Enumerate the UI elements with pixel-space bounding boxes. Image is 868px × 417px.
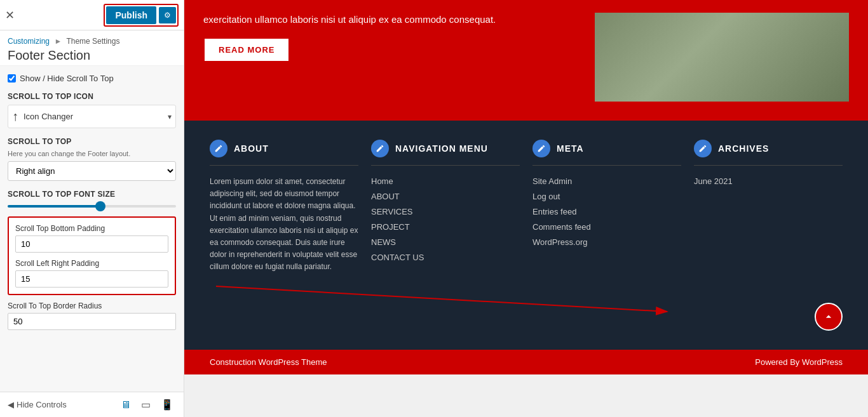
close-button[interactable]: ✕ <box>5 8 15 22</box>
nav-col-body: Home ABOUT SERVICES PROJECT NEWS CONTACT… <box>371 176 520 262</box>
nav-link-about[interactable]: ABOUT <box>371 192 400 201</box>
hide-controls-chevron: ◀ <box>8 400 14 409</box>
bottom-padding-label: Scroll Top Bottom Padding <box>15 224 168 233</box>
hero-text: exercitation ullamco laboris nisi ut ali… <box>203 13 582 62</box>
red-arrow-annotation <box>184 267 686 324</box>
bottom-padding-field: Scroll Top Bottom Padding <box>15 224 168 253</box>
bottom-padding-input[interactable] <box>15 235 168 253</box>
settings-button[interactable]: ⚙ <box>159 7 176 23</box>
annotation-area <box>210 280 843 331</box>
tablet-device-button[interactable]: ▭ <box>139 397 153 412</box>
list-item: WordPress.org <box>532 237 681 247</box>
archives-list: June 2021 <box>694 176 843 186</box>
list-item: Site Admin <box>532 176 681 186</box>
slider-fill <box>8 205 100 208</box>
device-icons: 🖥 ▭ 📱 <box>118 397 176 412</box>
archives-link-june[interactable]: June 2021 <box>694 176 733 186</box>
nav-link-home[interactable]: Home <box>371 176 393 186</box>
list-item: SERVICES <box>371 206 520 216</box>
publish-button[interactable]: Publish <box>106 6 156 24</box>
scroll-to-top-group: Scroll To Top Here you can change the Fo… <box>8 137 176 181</box>
footer-bottom-bar: Construction WordPress Theme Powered By … <box>184 350 868 374</box>
mobile-device-button[interactable]: 📱 <box>158 397 176 412</box>
show-hide-checkbox[interactable] <box>8 74 16 83</box>
list-item: June 2021 <box>694 176 843 186</box>
border-radius-label: Scroll To Top Border Radius <box>8 301 176 310</box>
meta-link-logout[interactable]: Log out <box>532 192 560 201</box>
footer-col-archives: ARCHIVES June 2021 <box>694 140 843 274</box>
section-title: Footer Section <box>8 48 176 63</box>
svg-line-1 <box>216 286 667 312</box>
list-item: Comments feed <box>532 222 681 232</box>
scroll-to-top-icon-label: Scroll To Top Icon <box>8 92 176 101</box>
scroll-top-button[interactable] <box>815 303 843 331</box>
layout-hint: Here you can change the Footer layout. <box>8 150 176 157</box>
list-item: ABOUT <box>371 191 520 201</box>
hide-controls-button[interactable]: ◀ Hide Controls <box>8 400 67 409</box>
publish-group: Publish ⚙ <box>104 4 179 27</box>
align-select[interactable]: Right align Left align Center align <box>8 161 176 181</box>
scroll-top-icon <box>822 310 835 323</box>
slider-thumb[interactable] <box>95 201 105 211</box>
footer-col-about-header: ABOUT <box>210 140 358 166</box>
scroll-to-top-icon-group: Scroll To Top Icon ↑ Icon Changer ▾ <box>8 92 176 128</box>
meta-col-body: Site Admin Log out Entries feed Comments… <box>532 176 681 247</box>
font-size-slider-container: Scroll To Top Font Size <box>8 190 176 208</box>
meta-link-admin[interactable]: Site Admin <box>532 176 572 186</box>
meta-link-wordpress[interactable]: WordPress.org <box>532 237 587 247</box>
icon-changer-label: Icon Changer <box>24 112 163 121</box>
breadcrumb-area: Customizing ► Theme Settings Footer Sect… <box>0 30 184 66</box>
nav-link-contact[interactable]: CONTACT US <box>371 253 424 262</box>
nav-link-project[interactable]: PROJECT <box>371 222 410 232</box>
edit-meta-button[interactable] <box>532 140 550 157</box>
nav-link-services[interactable]: SERVICES <box>371 207 413 216</box>
edit-about-button[interactable] <box>210 140 227 157</box>
footer-col-about: ABOUT Lorem ipsum dolor sit amet, consec… <box>210 140 358 274</box>
font-size-label: Scroll To Top Font Size <box>8 190 176 199</box>
icon-changer-dropdown-icon: ▾ <box>168 112 172 121</box>
border-radius-input[interactable] <box>8 313 176 330</box>
right-wrapper: exercitation ullamco laboris nisi ut ali… <box>184 0 868 374</box>
highlighted-section: Scroll Top Bottom Padding Scroll Left Ri… <box>8 216 176 295</box>
list-item: Entries feed <box>532 206 681 216</box>
customizing-link[interactable]: Customizing <box>8 37 50 46</box>
theme-settings-link: Theme Settings <box>66 37 119 46</box>
right-content: exercitation ullamco laboris nisi ut ali… <box>184 0 868 417</box>
meta-link-comments[interactable]: Comments feed <box>532 222 591 232</box>
panel-content: Show / Hide Scroll To Top Scroll To Top … <box>0 66 184 392</box>
read-more-button[interactable]: READ MORE <box>203 37 290 62</box>
left-right-padding-field: Scroll Left Right Padding <box>15 259 168 288</box>
edit-archives-button[interactable] <box>694 140 712 157</box>
desktop-device-button[interactable]: 🖥 <box>118 397 133 412</box>
show-hide-row: Show / Hide Scroll To Top <box>8 74 176 83</box>
footer-columns: ABOUT Lorem ipsum dolor sit amet, consec… <box>210 140 843 274</box>
list-item: Log out <box>532 191 681 201</box>
left-right-padding-input[interactable] <box>15 270 168 288</box>
top-bar: ✕ Publish ⚙ <box>0 0 184 30</box>
list-item: CONTACT US <box>371 252 520 262</box>
breadcrumb: Customizing ► Theme Settings <box>8 37 176 46</box>
footer-col-meta-header: META <box>532 140 681 166</box>
footer-col-meta: META Site Admin Log out Entries feed Com… <box>532 140 681 274</box>
slider-track[interactable] <box>8 205 176 208</box>
footer-col-nav-header: NAVIGATION MENU <box>371 140 520 166</box>
archives-col-title: ARCHIVES <box>718 143 769 154</box>
border-radius-field: Scroll To Top Border Radius <box>8 301 176 330</box>
about-text: Lorem ipsum dolor sit amet, consectetur … <box>210 176 358 274</box>
edit-nav-button[interactable] <box>371 140 389 157</box>
hero-image-inner <box>595 13 849 102</box>
left-right-padding-label: Scroll Left Right Padding <box>15 259 168 268</box>
footer-bottom-right: Powered By WordPress <box>755 357 843 367</box>
nav-link-news[interactable]: NEWS <box>371 237 396 247</box>
show-hide-label[interactable]: Show / Hide Scroll To Top <box>20 74 114 83</box>
about-col-title: ABOUT <box>234 143 269 154</box>
list-item: Home <box>371 176 520 186</box>
meta-col-title: META <box>557 143 584 154</box>
meta-list: Site Admin Log out Entries feed Comments… <box>532 176 681 247</box>
icon-changer-row[interactable]: ↑ Icon Changer ▾ <box>8 105 176 128</box>
list-item: PROJECT <box>371 222 520 232</box>
breadcrumb-sep: ► <box>54 37 62 46</box>
bottom-bar: ◀ Hide Controls 🖥 ▭ 📱 <box>0 392 184 417</box>
about-col-body: Lorem ipsum dolor sit amet, consectetur … <box>210 176 358 274</box>
meta-link-entries[interactable]: Entries feed <box>532 207 576 216</box>
